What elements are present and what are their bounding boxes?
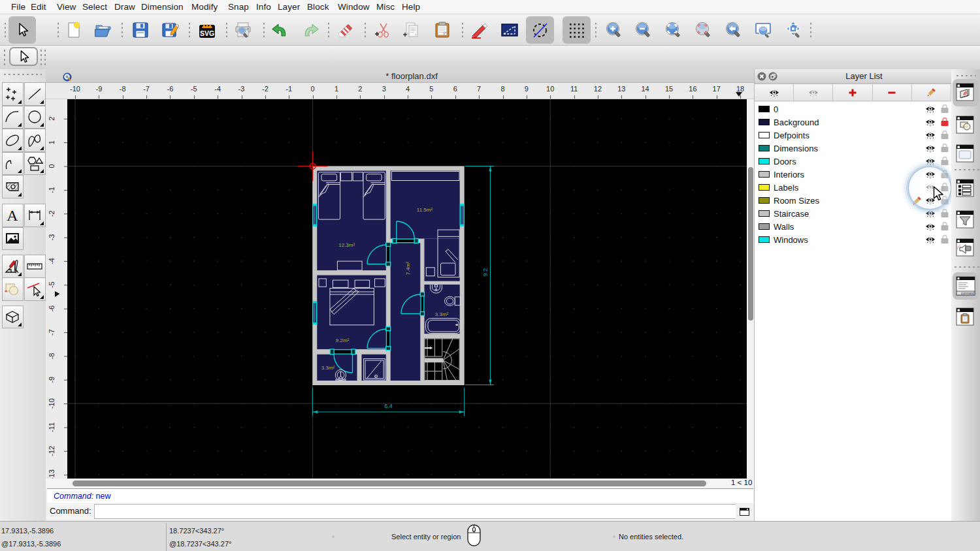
svg-text:2: 2 <box>48 117 56 121</box>
svg-text:6.4: 6.4 <box>384 403 393 409</box>
svg-text:3.3m²: 3.3m² <box>321 365 335 371</box>
svg-text:A: A <box>7 208 19 223</box>
svg-text:-6: -6 <box>48 306 56 312</box>
svg-text:9.2m²: 9.2m² <box>336 338 350 343</box>
svg-text:9.2: 9.2 <box>482 268 489 277</box>
svg-text:-8: -8 <box>48 353 56 360</box>
svg-text:-10: -10 <box>48 398 56 409</box>
svg-text:SVG: SVG <box>200 29 214 37</box>
svg-text:-7: -7 <box>48 329 56 336</box>
svg-text:3.3m²: 3.3m² <box>435 311 449 317</box>
svg-text:11.5m²: 11.5m² <box>417 207 433 213</box>
svg-text:12.3m²: 12.3m² <box>338 242 355 248</box>
svg-text:command: command <box>961 292 974 295</box>
svg-text:-11: -11 <box>48 422 56 432</box>
svg-text:-13: -13 <box>48 469 56 479</box>
svg-text:-3: -3 <box>48 234 56 241</box>
svg-text:-12: -12 <box>48 446 56 456</box>
svg-text:0: 0 <box>48 164 56 168</box>
svg-text:7.4m²: 7.4m² <box>405 261 411 275</box>
svg-text:-5: -5 <box>48 281 56 288</box>
svg-text:-2: -2 <box>48 210 56 217</box>
svg-text:-9: -9 <box>48 377 56 383</box>
svg-text:1: 1 <box>48 140 56 144</box>
svg-text:-4: -4 <box>48 258 56 264</box>
svg-text:-1: -1 <box>48 187 56 193</box>
